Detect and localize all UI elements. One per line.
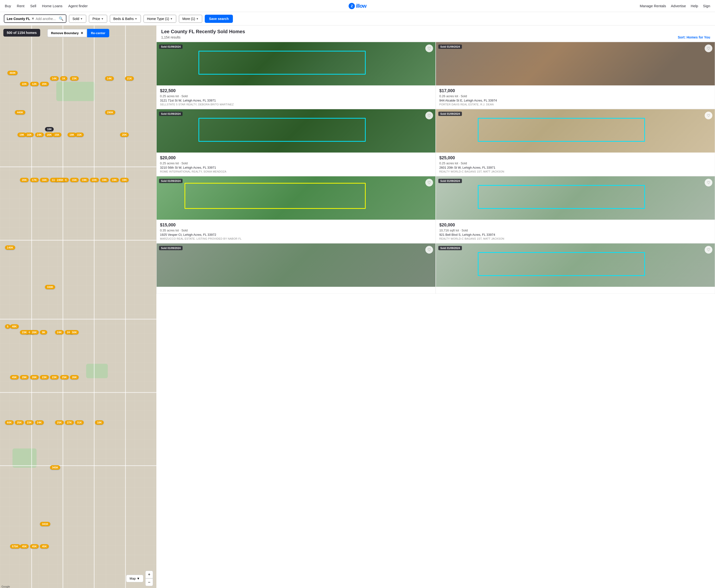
listing-card-0[interactable]: Sold 01/09/2024 ♡ $22,500 0.25 acres lot…	[156, 42, 436, 109]
home-type-filter[interactable]: Home Type (1) ▼	[143, 15, 176, 23]
favorite-button-6[interactable]: ♡	[425, 246, 433, 254]
sold-filter[interactable]: Sold ▼	[69, 15, 86, 23]
price-bubble-8[interactable]: 21K	[125, 76, 134, 81]
price-bubble-49[interactable]: 26K	[70, 375, 79, 379]
location-filter[interactable]: Lee County FL ✕ 🔍	[4, 15, 66, 23]
price-bubble-42[interactable]: 330K	[45, 285, 55, 289]
price-bubble-36[interactable]: 23K	[20, 330, 29, 334]
remove-boundary-close-icon[interactable]: ✕	[81, 31, 83, 35]
price-bubble-0[interactable]: 360K	[7, 71, 18, 75]
price-bubble-63[interactable]: 45K	[40, 544, 48, 549]
price-bubble-19[interactable]: 17K	[30, 178, 39, 182]
zoom-out-button[interactable]: −	[145, 579, 153, 586]
price-bubble-3[interactable]: 20K	[40, 82, 48, 86]
price-bubble-28[interactable]: 19K	[120, 178, 129, 182]
nav-home-loans[interactable]: Home Loans	[42, 4, 63, 8]
nav-manage-rentals[interactable]: Manage Rentals	[640, 4, 666, 8]
favorite-button-7[interactable]: ♡	[705, 246, 712, 254]
more-filter[interactable]: More (1) ▼	[179, 15, 202, 23]
price-bubble-25[interactable]: 22K	[90, 178, 99, 182]
price-bubble-18[interactable]: 20K	[20, 178, 29, 182]
price-bubble-6[interactable]: 23K	[70, 76, 79, 81]
remove-boundary-button[interactable]: Remove Boundary ✕	[47, 29, 87, 37]
price-bubble-38[interactable]: 9K	[40, 330, 47, 334]
listing-card-6[interactable]: Sold 01/09/2024 ♡	[156, 243, 436, 294]
price-bubble-27[interactable]: 19K	[110, 178, 119, 182]
save-search-button[interactable]: Save search	[205, 15, 233, 23]
price-bubble-4[interactable]: 14K	[50, 76, 59, 81]
price-bubble-12[interactable]: 24K	[35, 132, 44, 137]
price-bubble-62[interactable]: 45K	[30, 544, 39, 549]
price-bubble-37[interactable]: 26K	[30, 330, 39, 334]
favorite-button-1[interactable]: ♡	[705, 44, 712, 52]
add-location-input[interactable]	[36, 17, 57, 21]
price-bubble-16[interactable]: 15K	[75, 132, 84, 137]
price-bubble-31[interactable]: 245K	[55, 178, 65, 182]
price-bubble-44[interactable]: 29K	[20, 375, 29, 379]
listing-card-7[interactable]: Sold 01/09/2024 ♡	[436, 243, 715, 294]
price-bubble-34[interactable]: 5	[5, 324, 10, 329]
price-bubble-14[interactable]: 15K	[52, 132, 61, 137]
listing-card-2[interactable]: Sold 01/09/2024 ♡ $20,000 0.25 acres lot…	[156, 109, 436, 176]
price-bubble-51[interactable]: 25K	[15, 420, 24, 425]
price-bubble-26[interactable]: 19K	[100, 178, 109, 182]
map-type-button[interactable]: Map ▼	[126, 575, 143, 582]
price-bubble-33[interactable]: 140K	[5, 246, 15, 250]
price-bubble-46[interactable]: 23K	[40, 375, 48, 379]
favorite-button-4[interactable]: ♡	[425, 179, 433, 186]
price-bubble-30[interactable]: 290K	[105, 110, 115, 114]
price-bubble-23[interactable]: 15K	[70, 178, 79, 182]
nav-help[interactable]: Help	[691, 4, 698, 8]
nav-advertise[interactable]: Advertise	[671, 4, 686, 8]
price-bubble-29[interactable]: 18K	[45, 127, 54, 131]
price-bubble-11[interactable]: 16K	[25, 132, 34, 137]
location-remove-icon[interactable]: ✕	[31, 17, 34, 20]
price-bubble-7[interactable]: 14K	[105, 76, 114, 81]
sort-button[interactable]: Sort: Homes for You	[678, 35, 710, 39]
price-bubble-35[interactable]: 48K	[10, 324, 19, 329]
listing-card-4[interactable]: Sold 01/09/2024 ♡ $15,000 0.35 acres lot…	[156, 176, 436, 243]
price-bubble-55[interactable]: 27K	[65, 420, 73, 425]
price-bubble-43[interactable]: 45K	[10, 375, 19, 379]
price-bubble-59[interactable]: 341K	[40, 522, 50, 526]
nav-sell[interactable]: Sell	[30, 4, 36, 8]
price-bubble-61[interactable]: 45K	[20, 544, 29, 549]
price-bubble-9[interactable]: 440K	[15, 110, 25, 114]
price-bubble-41[interactable]: 50K	[70, 330, 79, 334]
zillow-logo[interactable]: Z illow	[349, 3, 366, 9]
price-bubble-48[interactable]: 25K	[60, 375, 69, 379]
listing-card-3[interactable]: Sold 01/09/2024 ♡ $25,000 0.25 acres lot…	[436, 109, 715, 176]
location-search-button[interactable]: 🔍	[59, 16, 64, 21]
price-bubble-54[interactable]: 25K	[55, 420, 64, 425]
price-bubble-1[interactable]: 22K	[20, 82, 29, 86]
listing-card-5[interactable]: Sold 01/09/2024 ♡ $20,000 10,716 sqft lo…	[436, 176, 715, 243]
favorite-button-5[interactable]: ♡	[705, 179, 712, 186]
map-background[interactable]: 360K22K12K20K14K1K23K14K21K440K19K16K24K…	[0, 25, 156, 588]
nav-rent[interactable]: Rent	[17, 4, 24, 8]
price-bubble-17[interactable]: 20K	[120, 132, 129, 137]
price-bubble-58[interactable]: 345K	[50, 465, 60, 470]
listing-card-1[interactable]: Sold 01/09/2024 ♡ $17,000 0.26 acres lot…	[436, 42, 715, 109]
price-bubble-5[interactable]: 1K	[60, 76, 67, 81]
price-bubble-2[interactable]: 12K	[30, 82, 39, 86]
price-bubble-20[interactable]: 16K	[40, 178, 48, 182]
zoom-in-button[interactable]: +	[145, 571, 153, 579]
price-filter[interactable]: Price ▼	[89, 15, 107, 23]
price-bubble-47[interactable]: 23K	[50, 375, 59, 379]
price-bubble-45[interactable]: 26K	[30, 375, 39, 379]
price-bubble-39[interactable]: 24K	[55, 330, 64, 334]
favorite-button-0[interactable]: ♡	[425, 44, 433, 52]
recenter-button[interactable]: Re-center	[87, 29, 109, 37]
nav-buy[interactable]: Buy	[5, 4, 11, 8]
nav-sign-in[interactable]: Sign	[703, 4, 710, 8]
price-bubble-50[interactable]: 60K	[5, 420, 14, 425]
nav-agent-finder[interactable]: Agent finder	[68, 4, 88, 8]
favorite-button-3[interactable]: ♡	[705, 112, 712, 119]
beds-baths-filter[interactable]: Beds & Baths ▼	[110, 15, 141, 23]
price-bubble-57[interactable]: 18K	[95, 420, 104, 425]
price-bubble-56[interactable]: 31K	[75, 420, 84, 425]
favorite-button-2[interactable]: ♡	[425, 112, 433, 119]
price-bubble-24[interactable]: 19K	[80, 178, 89, 182]
price-bubble-60[interactable]: 575K	[10, 544, 20, 549]
price-bubble-53[interactable]: 24K	[35, 420, 44, 425]
